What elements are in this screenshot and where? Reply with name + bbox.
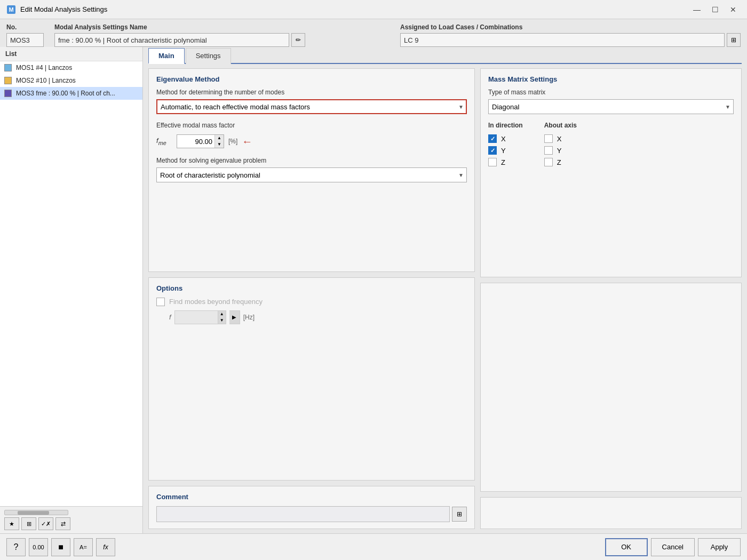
f-unit: [Hz] — [243, 314, 255, 321]
axis-y-checkbox[interactable] — [544, 146, 553, 155]
f-spin-down[interactable]: ▼ — [218, 317, 226, 324]
tab-main[interactable]: Main — [148, 48, 185, 64]
window-controls: — ☐ ✕ — [689, 4, 741, 15]
no-section: No. — [6, 23, 49, 47]
name-input-row: ✏ — [54, 33, 395, 47]
fme-spin-down[interactable]: ▼ — [215, 141, 224, 148]
sidebar-validate-button[interactable]: ✓✗ — [38, 517, 53, 530]
dir-y-checkbox[interactable] — [488, 146, 497, 155]
tab-settings[interactable]: Settings — [186, 48, 231, 64]
maximize-button[interactable]: ☐ — [708, 4, 722, 15]
stop-button[interactable]: ■ — [51, 538, 70, 556]
svg-text:M: M — [9, 6, 13, 13]
f-row: f ▲ ▼ ▶ [Hz] — [169, 310, 467, 324]
header-row: No. Modal Analysis Settings Name ✏ Assig… — [0, 19, 747, 47]
dir-y-label: Y — [501, 147, 506, 155]
fme-label: fme — [156, 137, 172, 146]
mos2-color — [4, 77, 12, 84]
minimize-button[interactable]: — — [689, 4, 704, 15]
cancel-button[interactable]: Cancel — [651, 538, 695, 556]
f-input-wrapper: ▲ ▼ — [174, 310, 226, 324]
dir-x-checkbox[interactable] — [488, 134, 497, 143]
fx-button[interactable]: fx — [96, 538, 115, 556]
sidebar-add-button[interactable]: ★ — [4, 517, 19, 530]
sidebar: List MOS1 #4 | Lanczos MOS2 #10 | Lanczo… — [0, 47, 143, 533]
f-value-input[interactable] — [175, 311, 218, 324]
sidebar-tools: ★ ⊞ ✓✗ ⇄ — [4, 517, 138, 530]
sidebar-item-mos3[interactable]: MOS3 fme : 90.00 % | Root of ch... — [0, 87, 142, 100]
fme-spin-up[interactable]: ▲ — [215, 135, 224, 141]
comment-panel: Comment ⊞ — [148, 486, 475, 529]
dir-z-row: Z — [488, 158, 523, 166]
f-spinner: ▲ ▼ — [218, 311, 226, 324]
name-edit-button[interactable]: ✏ — [291, 33, 305, 47]
fme-unit: [%] — [228, 138, 237, 145]
f-label: f — [169, 313, 171, 321]
f-spin-up[interactable]: ▲ — [218, 311, 226, 317]
left-col: Eigenvalue Method Method for determining… — [148, 68, 475, 529]
mos2-label: MOS2 #10 | Lanczos — [16, 77, 76, 84]
in-direction-header: In direction — [488, 122, 523, 129]
zero-button[interactable]: 0.00 — [29, 538, 48, 556]
sidebar-exchange-button[interactable]: ⇄ — [55, 517, 70, 530]
help-button[interactable]: ? — [6, 538, 26, 556]
dir-z-checkbox[interactable] — [488, 158, 497, 166]
axis-z-label: Z — [557, 158, 561, 166]
name-label: Modal Analysis Settings Name — [54, 23, 395, 31]
solve-select-row: Method for solving eigenvalue problem Ro… — [156, 157, 467, 182]
assigned-input[interactable] — [400, 33, 725, 47]
fme-input-wrapper: ▲ ▼ — [177, 134, 224, 148]
method-select-wrapper: Automatic, to reach effective modal mass… — [156, 99, 467, 114]
solve-select[interactable]: Root of characteristic polynomial Lanczo… — [156, 167, 467, 182]
axis-x-label: X — [557, 135, 562, 143]
no-input[interactable] — [6, 33, 44, 47]
sidebar-item-mos1[interactable]: MOS1 #4 | Lanczos — [0, 61, 142, 74]
comment-input[interactable] — [156, 506, 450, 522]
fme-value-input[interactable] — [177, 135, 214, 148]
mass-matrix-title: Mass Matrix Settings — [488, 75, 734, 83]
find-modes-row: Find modes beyond frequency — [156, 298, 467, 306]
f-arrow-button[interactable]: ▶ — [229, 310, 240, 324]
axis-z-checkbox[interactable] — [544, 158, 553, 166]
dir-x-row: X — [488, 134, 523, 143]
sidebar-copy-button[interactable]: ⊞ — [21, 517, 36, 530]
solve-label: Method for solving eigenvalue problem — [156, 157, 467, 164]
apply-button[interactable]: Apply — [698, 538, 741, 556]
find-modes-checkbox[interactable] — [156, 298, 165, 306]
window-title: Edit Modal Analysis Settings — [20, 5, 685, 13]
axis-x-row: X — [544, 134, 577, 143]
no-label: No. — [6, 23, 49, 31]
fme-arrow-indicator: ← — [242, 135, 252, 148]
in-direction-col: In direction X Y — [488, 122, 523, 166]
about-axis-col: About axis X Y — [544, 122, 577, 166]
ok-button[interactable]: OK — [605, 538, 648, 556]
assigned-edit-button[interactable]: ⊞ — [727, 33, 741, 47]
eigenvalue-title: Eigenvalue Method — [156, 75, 467, 83]
sidebar-scrollbar[interactable] — [4, 510, 68, 515]
formula-button[interactable]: A= — [74, 538, 93, 556]
comment-copy-button[interactable]: ⊞ — [452, 507, 467, 522]
mos1-label: MOS1 #4 | Lanczos — [16, 64, 72, 71]
mos3-label: MOS3 fme : 90.00 % | Root of ch... — [16, 90, 115, 97]
sidebar-footer: ★ ⊞ ✓✗ ⇄ — [0, 506, 142, 533]
options-panel: Options Find modes beyond frequency f ▲ — [148, 277, 475, 481]
mass-type-wrapper: Diagonal Consistent — [488, 99, 734, 114]
close-button[interactable]: ✕ — [726, 4, 741, 15]
mass-type-select[interactable]: Diagonal Consistent — [488, 99, 734, 114]
dir-x-label: X — [501, 135, 506, 143]
tabs-row: Main Settings — [148, 47, 742, 64]
name-input[interactable] — [54, 33, 289, 47]
eigenvalue-panel: Eigenvalue Method Method for determining… — [148, 68, 475, 272]
title-bar: M Edit Modal Analysis Settings — ☐ ✕ — [0, 0, 747, 19]
sidebar-item-mos2[interactable]: MOS2 #10 | Lanczos — [0, 74, 142, 87]
axis-x-checkbox[interactable] — [544, 134, 553, 143]
method-select[interactable]: Automatic, to reach effective modal mass… — [156, 99, 467, 114]
effective-label: Effective modal mass factor — [156, 122, 467, 129]
mass-type-label: Type of mass matrix — [488, 89, 734, 96]
solve-select-wrapper: Root of characteristic polynomial Lanczo… — [156, 167, 467, 182]
name-section: Modal Analysis Settings Name ✏ — [54, 23, 395, 47]
axis-z-row: Z — [544, 158, 577, 166]
comment-title: Comment — [156, 493, 467, 501]
fme-row: fme ▲ ▼ [%] ← — [156, 134, 467, 148]
method-label: Method for determining the number of mod… — [156, 89, 467, 96]
